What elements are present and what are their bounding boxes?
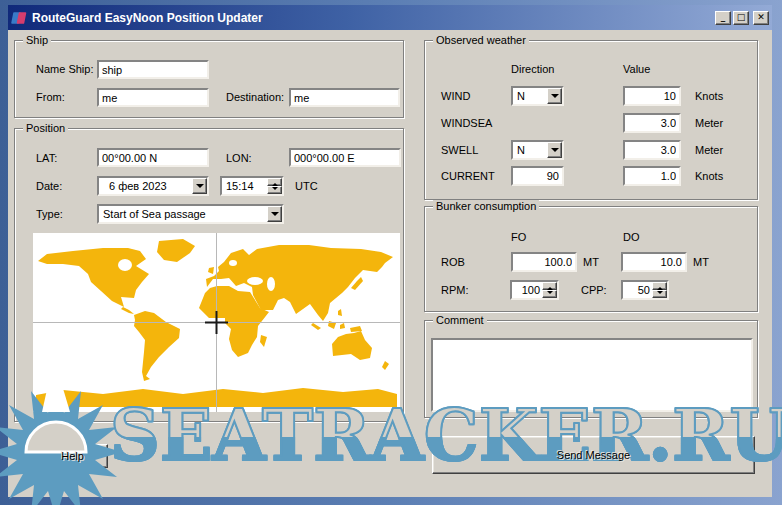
help-button[interactable]: Help xyxy=(37,444,108,468)
cpp-value: 50 xyxy=(638,284,650,296)
chevron-down-icon xyxy=(271,212,279,220)
swell-direction-combobox[interactable]: N xyxy=(511,140,564,160)
close-button[interactable]: ✕ xyxy=(753,11,769,25)
world-map-image xyxy=(33,233,400,412)
bunker-consumption-group: Bunker consumption FO DO ROB MT MT RPM: … xyxy=(424,206,758,312)
wind-value-input[interactable] xyxy=(625,88,679,104)
lat-input[interactable] xyxy=(99,150,207,165)
rpm-label: RPM: xyxy=(441,284,469,296)
current-direction-input[interactable] xyxy=(513,168,562,184)
rpm-down-button[interactable] xyxy=(542,290,557,298)
send-message-button-label: Send Message xyxy=(557,449,630,461)
lon-label: LON: xyxy=(226,152,252,164)
from-label: From: xyxy=(36,91,65,103)
windsea-label: WINDSEA xyxy=(441,117,492,129)
swell-label: SWELL xyxy=(441,144,478,156)
wind-unit-label: Knots xyxy=(695,90,723,102)
arrow-down-icon xyxy=(547,291,553,297)
rob-label: ROB xyxy=(441,256,465,268)
swell-value-input[interactable] xyxy=(625,142,679,158)
destination-input[interactable] xyxy=(291,90,398,105)
type-dropdown-button[interactable] xyxy=(267,206,282,222)
current-value-input[interactable] xyxy=(625,168,679,184)
fo-unit-label: MT xyxy=(583,256,599,268)
position-group-legend: Position xyxy=(23,122,68,134)
date-value: 6 фев 2023 xyxy=(109,180,167,192)
current-unit-label: Knots xyxy=(695,170,723,182)
swell-unit-label: Meter xyxy=(695,144,723,156)
windsea-unit-label: Meter xyxy=(695,117,723,129)
world-map[interactable] xyxy=(33,233,400,412)
date-picker[interactable]: 6 фев 2023 xyxy=(97,176,209,196)
rpm-spinner[interactable]: 100 xyxy=(510,280,559,300)
date-dropdown-button[interactable] xyxy=(192,178,207,194)
destination-label: Destination: xyxy=(226,91,284,103)
comment-textarea[interactable] xyxy=(431,338,753,412)
help-button-label: Help xyxy=(61,450,84,462)
arrow-down-icon xyxy=(272,187,278,193)
do-header: DO xyxy=(623,231,640,243)
lat-label: LAT: xyxy=(36,152,57,164)
name-ship-label: Name Ship: xyxy=(36,63,93,75)
comment-group: Comment xyxy=(424,320,758,418)
client-area: Ship Name Ship: From: Destination: Posit… xyxy=(8,30,772,497)
utc-label: UTC xyxy=(295,180,318,192)
observed-weather-group: Observed weather Direction Value WIND N … xyxy=(424,40,758,200)
fo-rob-input[interactable] xyxy=(513,254,575,270)
rpm-value: 100 xyxy=(522,284,540,296)
arrow-up-icon xyxy=(657,284,663,290)
title-bar[interactable]: RouteGuard EasyNoon Position Updater _ □… xyxy=(8,5,772,30)
app-window: { "window": { "title": "RouteGuard EasyN… xyxy=(0,0,782,505)
date-label: Date: xyxy=(36,180,62,192)
time-down-button[interactable] xyxy=(267,186,282,194)
fo-header: FO xyxy=(511,231,526,243)
comment-group-legend: Comment xyxy=(433,314,487,326)
value-header: Value xyxy=(623,63,650,75)
time-spinner[interactable]: 15:14 xyxy=(220,176,284,196)
ship-group: Ship Name Ship: From: Destination: xyxy=(14,40,404,118)
arrow-down-icon xyxy=(657,291,663,297)
minimize-button[interactable]: _ xyxy=(715,11,731,25)
windsea-value-input[interactable] xyxy=(625,115,679,131)
cpp-up-button[interactable] xyxy=(652,282,667,290)
from-input[interactable] xyxy=(99,90,207,105)
time-value: 15:14 xyxy=(226,180,254,192)
type-label: Type: xyxy=(36,208,63,220)
chevron-down-icon xyxy=(551,94,559,102)
time-up-button[interactable] xyxy=(267,178,282,186)
do-rob-input[interactable] xyxy=(623,254,685,270)
direction-header: Direction xyxy=(511,63,554,75)
type-combobox[interactable]: Start of Sea passage xyxy=(97,204,284,224)
arrow-up-icon xyxy=(272,180,278,186)
wind-label: WIND xyxy=(441,90,470,102)
ship-group-legend: Ship xyxy=(23,34,51,46)
rpm-up-button[interactable] xyxy=(542,282,557,290)
swell-direction-value: N xyxy=(517,144,525,156)
wind-direction-combobox[interactable]: N xyxy=(511,86,564,106)
weather-group-legend: Observed weather xyxy=(433,34,529,46)
chevron-down-icon xyxy=(551,148,559,156)
swell-dropdown-button[interactable] xyxy=(547,142,562,158)
wind-direction-value: N xyxy=(517,90,525,102)
type-value: Start of Sea passage xyxy=(103,208,206,220)
window-title: RouteGuard EasyNoon Position Updater xyxy=(32,11,263,25)
current-label: CURRENT xyxy=(441,170,495,182)
arrow-up-icon xyxy=(547,284,553,290)
cpp-spinner[interactable]: 50 xyxy=(621,280,669,300)
cpp-down-button[interactable] xyxy=(652,290,667,298)
send-message-button[interactable]: Send Message xyxy=(432,436,755,474)
chevron-down-icon xyxy=(196,184,204,192)
bunker-group-legend: Bunker consumption xyxy=(433,200,539,212)
do-unit-label: MT xyxy=(693,256,709,268)
name-ship-input[interactable] xyxy=(99,62,207,77)
wind-dropdown-button[interactable] xyxy=(547,88,562,104)
app-logo-icon xyxy=(11,11,27,25)
lon-input[interactable] xyxy=(291,150,399,165)
maximize-button[interactable]: □ xyxy=(733,11,749,25)
cpp-label: CPP: xyxy=(581,284,607,296)
